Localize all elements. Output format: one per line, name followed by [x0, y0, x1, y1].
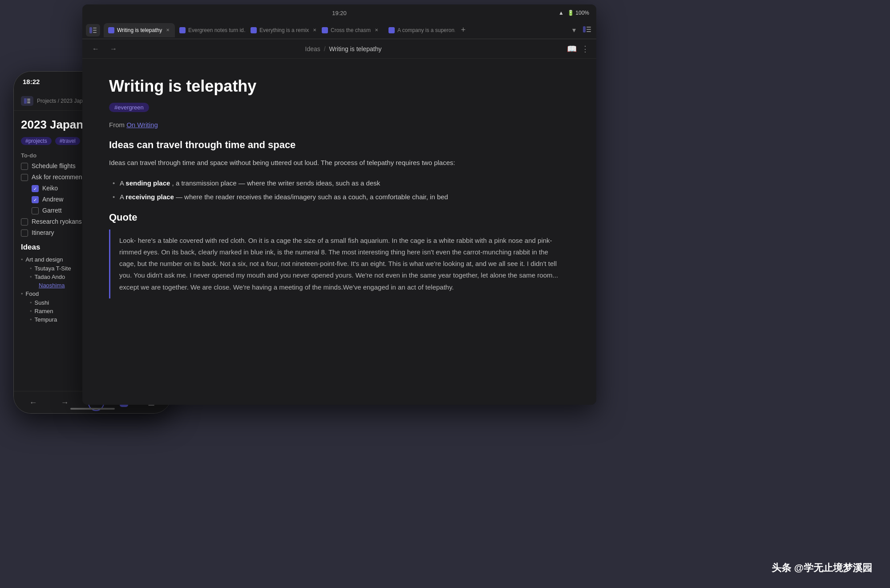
tab-writing-telepathy[interactable]: Writing is telepathy ✕ [104, 23, 175, 37]
svg-rect-2 [27, 101, 30, 101]
note-content-area: Writing is telepathy #evergreen From On … [82, 59, 596, 405]
tab-icon-remix [251, 27, 257, 33]
checkbox-research-ryokans[interactable] [21, 218, 28, 226]
todo-label-andrew: Andrew [42, 196, 63, 203]
svg-rect-6 [93, 30, 97, 31]
tabs-bar: Writing is telepathy ✕ Evergreen notes t… [82, 21, 596, 39]
mobile-sidebar-toggle[interactable] [21, 96, 33, 106]
svg-rect-8 [583, 26, 586, 32]
home-indicator [70, 408, 115, 410]
book-icon[interactable]: 📖 [567, 44, 577, 54]
bullet-rest-2: — where the reader receives the ideas/im… [176, 193, 448, 201]
bullet-list: A sending place , a transmission place —… [109, 177, 570, 203]
section1-heading: Ideas can travel through time and space [109, 139, 570, 151]
tab-label-chasm: Cross the chasm [331, 27, 371, 33]
wifi-status: ▲ [558, 10, 564, 16]
tab-icon-writing [108, 27, 114, 33]
svg-rect-10 [587, 29, 591, 30]
checkbox-garrett[interactable] [32, 207, 39, 214]
svg-rect-3 [27, 102, 30, 103]
evergreen-tag[interactable]: #evergreen [109, 103, 149, 112]
from-line: From On Writing [109, 121, 570, 129]
tab-company[interactable]: A company is a superon… ✕ [384, 23, 455, 37]
svg-rect-7 [93, 32, 97, 33]
tab-icon-evergreen [179, 27, 186, 33]
note-title: Writing is telepathy [109, 77, 570, 96]
back-button[interactable]: ← [25, 395, 41, 411]
quote-text: Look- here's a table covered with red cl… [119, 235, 561, 293]
tab-label-company: A company is a superon… [397, 27, 455, 33]
tab-remix[interactable]: Everything is a remix ✕ [246, 23, 317, 37]
forward-nav-button[interactable]: → [107, 43, 120, 55]
tab-chasm[interactable]: Cross the chasm ✕ [317, 23, 384, 37]
svg-rect-9 [587, 27, 591, 28]
svg-rect-0 [24, 98, 27, 104]
from-prefix: From [109, 121, 126, 129]
svg-rect-5 [93, 28, 97, 28]
tab-icon-chasm [322, 27, 328, 33]
quote-block: Look- here's a table covered with red cl… [109, 230, 570, 298]
breadcrumb-parent[interactable]: Ideas [305, 45, 320, 52]
bullet-prefix-2: A [120, 193, 125, 201]
back-nav-button[interactable]: ← [89, 43, 102, 55]
sidebar-toggle-button[interactable] [86, 24, 100, 36]
bullet-rest-1: , a transmission place — where the write… [172, 179, 380, 187]
tab-close-writing[interactable]: ✕ [165, 27, 171, 33]
tag-travel[interactable]: #travel [55, 137, 80, 145]
breadcrumb-separator: / [324, 45, 326, 52]
battery-status: 🔋 100% [567, 10, 589, 16]
svg-rect-4 [89, 27, 92, 33]
mobile-time: 18:22 [23, 78, 40, 85]
tab-evergreen[interactable]: Evergreen notes turn id… ✕ [175, 23, 246, 37]
breadcrumb-current: Writing is telepathy [329, 45, 381, 52]
todo-label-keiko: Keiko [42, 185, 58, 192]
checkbox-schedule-flights[interactable] [21, 163, 28, 170]
toolbar-right: 📖 ⋮ [567, 44, 589, 54]
checkbox-ask-recommendations[interactable] [21, 174, 28, 181]
todo-label-itinerary: Itinerary [32, 229, 54, 236]
tab-label-remix: Everything is a remix [259, 27, 309, 33]
tab-icon-company [388, 27, 395, 33]
bold-sending: sending place [125, 179, 170, 187]
tab-label-evergreen: Evergreen notes turn id… [188, 27, 246, 33]
svg-rect-11 [587, 31, 591, 32]
breadcrumb: Ideas / Writing is telepathy [125, 45, 562, 52]
bullet-item-sending: A sending place , a transmission place —… [113, 177, 570, 189]
new-tab-button[interactable]: + [457, 24, 469, 36]
tabs-dropdown[interactable]: ▾ [570, 25, 578, 35]
svg-rect-1 [27, 99, 30, 100]
checkbox-keiko[interactable] [32, 185, 39, 192]
quote-section: Quote Look- here's a table covered with … [109, 212, 570, 298]
tab-label-writing: Writing is telepathy [117, 27, 162, 33]
todo-label-schedule-flights: Schedule flights [32, 162, 76, 169]
tab-close-remix[interactable]: ✕ [312, 27, 317, 33]
todo-label-garrett: Garrett [42, 207, 62, 214]
section2-heading: Quote [109, 212, 570, 223]
desktop-app: 19:20 ▲ 🔋 100% Writing is telepathy ✕ Ev… [82, 4, 596, 405]
on-writing-link[interactable]: On Writing [126, 121, 158, 129]
bullet-prefix-1: A [120, 179, 125, 187]
toolbar: ← → Ideas / Writing is telepathy 📖 ⋮ [82, 39, 596, 59]
desktop-time: 19:20 [332, 10, 347, 16]
more-options-icon[interactable]: ⋮ [581, 44, 589, 54]
tab-close-chasm[interactable]: ✕ [373, 27, 380, 33]
checkbox-itinerary[interactable] [21, 230, 28, 237]
tag-projects[interactable]: #projects [21, 137, 52, 145]
desktop-statusbar: 19:20 ▲ 🔋 100% [82, 4, 596, 21]
sidebar-right-toggle[interactable] [581, 25, 593, 35]
bullet-item-receiving: A receiving place — where the reader rec… [113, 191, 570, 203]
body-text-1: Ideas can travel through time and space … [109, 157, 570, 169]
bold-receiving: receiving place [125, 193, 174, 201]
watermark: 头条 @学无止境梦溪园 [772, 561, 872, 575]
tabs-right-controls: ▾ [570, 25, 593, 35]
checkbox-andrew[interactable] [32, 196, 39, 203]
